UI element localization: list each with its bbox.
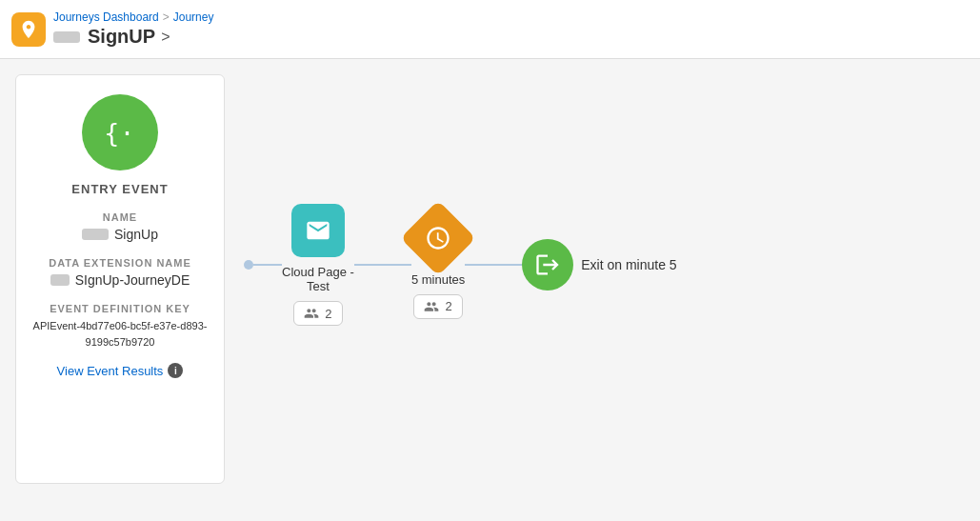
name-field-label: NAME bbox=[103, 211, 137, 223]
cloud-page-label: Cloud Page -Test bbox=[282, 265, 354, 293]
name-blur bbox=[82, 229, 109, 240]
cloud-page-icon bbox=[291, 204, 345, 257]
page-title: SignUP bbox=[88, 26, 155, 48]
journey-flow: Cloud Page -Test 2 bbox=[225, 74, 965, 484]
svg-text:{···}: {···} bbox=[104, 118, 139, 148]
connector-3 bbox=[465, 264, 522, 266]
cloud-page-node: Cloud Page -Test 2 bbox=[282, 204, 354, 326]
title-blur bbox=[53, 31, 80, 43]
connector-2 bbox=[354, 264, 411, 266]
view-event-results-link[interactable]: View Event Results i bbox=[57, 363, 184, 378]
wait-label: 5 minutes bbox=[411, 272, 465, 287]
data-extension-value: SIgnUp-JourneyDE bbox=[50, 272, 190, 288]
breadcrumb: Journeys Dashboard > Journey SignUP > bbox=[53, 10, 213, 48]
data-extension-label: DATA EXTENSION NAME bbox=[49, 257, 191, 269]
chevron-right-icon: > bbox=[161, 29, 170, 46]
main-content: {···} ENTRY EVENT NAME SignUp DATA EXTEN… bbox=[0, 59, 980, 521]
wait-node: 5 minutes 2 bbox=[411, 211, 465, 319]
breadcrumb-link[interactable]: Journeys Dashboard bbox=[53, 10, 159, 24]
start-dot bbox=[244, 260, 253, 270]
connector-1 bbox=[253, 264, 282, 266]
wait-count[interactable]: 2 bbox=[413, 294, 462, 319]
de-blur bbox=[50, 274, 70, 286]
exit-node: Exit on minute 5 bbox=[522, 239, 676, 291]
exit-icon bbox=[522, 239, 573, 291]
cloud-page-count[interactable]: 2 bbox=[293, 301, 342, 326]
breadcrumb-separator: > bbox=[163, 10, 170, 24]
breadcrumb-current[interactable]: Journey bbox=[173, 10, 214, 24]
event-key-label: EVENT DEFINITION KEY bbox=[50, 303, 190, 314]
entry-event-card: {···} ENTRY EVENT NAME SignUp DATA EXTEN… bbox=[15, 74, 225, 484]
header: Journeys Dashboard > Journey SignUP > bbox=[0, 0, 980, 59]
app-icon bbox=[11, 12, 46, 47]
event-key-value: APIEvent-4bd77e06-bc5f-e37e-d893-9199c57… bbox=[31, 318, 209, 350]
entry-event-icon: {···} bbox=[82, 94, 158, 170]
info-icon: i bbox=[168, 363, 183, 378]
entry-event-label: ENTRY EVENT bbox=[71, 182, 168, 196]
exit-label: Exit on minute 5 bbox=[581, 257, 676, 272]
name-field-value: SignUp bbox=[82, 227, 158, 242]
flow-nodes: Cloud Page -Test 2 bbox=[244, 204, 677, 326]
